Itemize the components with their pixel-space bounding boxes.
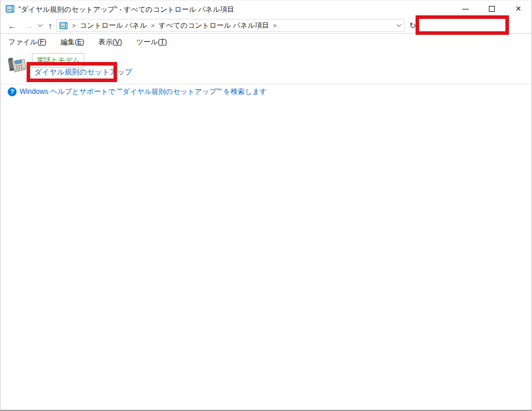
menu-view[interactable]: 表示(V)	[95, 35, 125, 49]
menu-label: )	[120, 38, 122, 46]
recent-pages-button[interactable]	[36, 17, 44, 34]
navigation-toolbar: ← → ↑ > コントロール パネル > すべてのコントロール パネル項目 > …	[1, 17, 531, 34]
up-button[interactable]: ↑	[44, 17, 56, 34]
chevron-down-icon	[38, 24, 43, 27]
minimize-button[interactable]	[452, 1, 478, 17]
control-panel-icon	[59, 21, 68, 30]
maximize-button[interactable]	[479, 1, 505, 17]
menu-label: ツール(	[137, 38, 161, 46]
menu-label: ファイル(	[8, 38, 40, 46]
window-title: "ダイヤル規則のセットアップ" - すべてのコントロール パネル項目	[18, 5, 234, 15]
back-button[interactable]: ←	[5, 17, 20, 34]
up-icon: ↑	[48, 21, 53, 31]
menu-label: 表示(	[98, 38, 115, 46]
menu-bar: ファイル(F) 編集(E) 表示(V) ツール(T)	[1, 34, 531, 50]
back-icon: ←	[8, 21, 17, 31]
refresh-icon: ↻	[409, 21, 416, 30]
breadcrumb-separator: >	[269, 22, 281, 29]
explorer-window: "ダイヤル規則のセットアップ" - すべてのコントロール パネル項目 × ← →…	[0, 0, 532, 411]
address-bar[interactable]: > コントロール パネル > すべてのコントロール パネル項目 >	[56, 19, 405, 32]
breadcrumb-segment-control-panel[interactable]: コントロール パネル	[80, 21, 147, 31]
forward-button[interactable]: →	[22, 17, 36, 34]
menu-access-key: V	[115, 38, 119, 46]
menu-tools[interactable]: ツール(T)	[134, 35, 170, 49]
control-panel-icon	[5, 4, 15, 14]
separator-line	[1, 84, 531, 84]
menu-file[interactable]: ファイル(F)	[5, 35, 49, 49]
title-bar: "ダイヤル規則のセットアップ" - すべてのコントロール パネル項目 ×	[1, 1, 531, 17]
maximize-icon	[489, 6, 495, 12]
help-icon: ?	[8, 87, 17, 96]
breadcrumb-segment-all-items[interactable]: すべてのコントロール パネル項目	[158, 21, 269, 31]
menu-label: 編集(	[60, 38, 77, 46]
breadcrumb-separator: >	[147, 22, 158, 29]
close-icon: ×	[515, 4, 521, 14]
menu-edit[interactable]: 編集(E)	[57, 35, 87, 49]
result-app-link[interactable]: 電話とモデム	[32, 53, 85, 68]
result-app-label: 電話とモデム	[37, 56, 80, 64]
phone-and-modem-icon	[8, 54, 28, 75]
help-link-label: Windows ヘルプとサポートで ""ダイヤル規則のセットアップ"" を検索し…	[20, 87, 267, 97]
minimize-icon	[462, 9, 469, 9]
menu-label: )	[44, 38, 46, 46]
search-results-pane: 電話とモデム ダイヤル規則のセットアップ ? Windows ヘルプとサポートで…	[1, 50, 531, 410]
help-search-link[interactable]: ? Windows ヘルプとサポートで ""ダイヤル規則のセットアップ"" を検…	[8, 87, 267, 97]
menu-label: )	[82, 38, 84, 46]
refresh-button[interactable]: ↻	[407, 19, 418, 32]
forward-icon: →	[25, 21, 34, 31]
breadcrumb-separator: >	[68, 22, 80, 29]
menu-label: )	[164, 38, 167, 46]
result-task-link[interactable]: ダイヤル規則のセットアップ	[34, 67, 132, 77]
address-dropdown-icon[interactable]	[397, 24, 401, 27]
close-button[interactable]: ×	[505, 1, 531, 17]
